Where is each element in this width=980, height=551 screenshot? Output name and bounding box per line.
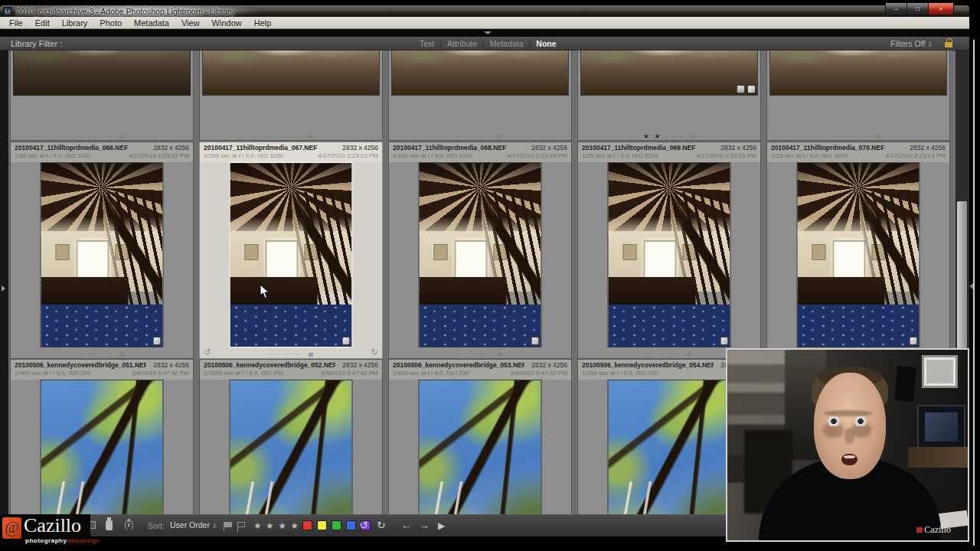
flag-icon[interactable] xyxy=(498,135,502,139)
photo-exposure: 1/50 sec at f / 9.0, ISO 3200 xyxy=(15,152,91,160)
flag-icon[interactable] xyxy=(687,353,691,357)
webcam-desk xyxy=(908,447,969,468)
photo-cell[interactable]: · · · · · xyxy=(766,51,950,141)
photo-cell[interactable]: 20100417_11hilltoprdmedia_070.NEF2832 x … xyxy=(766,142,950,359)
sort-order-dropdown[interactable]: User Order ⇕ xyxy=(170,520,217,530)
rating-footer[interactable]: · · · · · xyxy=(11,346,193,357)
sort-label: Sort: xyxy=(148,521,165,530)
photo-cell[interactable]: 20100506_kennedycoveredbridge_052.NEF283… xyxy=(199,359,383,514)
flag-icon[interactable] xyxy=(876,135,880,139)
rotate-left-icon[interactable]: ↺ xyxy=(359,519,368,531)
flag-icon[interactable] xyxy=(309,135,313,139)
expand-right-panel-icon[interactable] xyxy=(969,283,973,289)
flag-reject-icon[interactable] xyxy=(237,522,245,527)
slideshow-play-icon[interactable]: ▶ xyxy=(438,520,445,531)
photo-cell[interactable]: 20100506_kennedycoveredbridge_051.NEF283… xyxy=(10,359,194,514)
photo-cell[interactable]: 20100417_11hilltoprdmedia_068.NEF2832 x … xyxy=(388,142,572,359)
filter-lock-icon[interactable] xyxy=(945,42,952,47)
grid-row-2: 20100417_11hilltoprdmedia_066.NEF2832 x … xyxy=(0,142,969,359)
crop-badge-icon[interactable] xyxy=(737,85,745,93)
cazillo-wordmark: Cazillo xyxy=(24,514,81,537)
collapse-top-panel-icon[interactable] xyxy=(484,31,492,34)
photo-dimensions: 2832 x 4256 xyxy=(910,144,946,152)
photo-thumbnail-staircase xyxy=(608,162,731,347)
crop-badge-icon[interactable] xyxy=(342,337,351,345)
menu-metadata[interactable]: Metadata xyxy=(128,18,175,28)
photo-cell[interactable]: · · · · · xyxy=(199,51,383,141)
rating-footer[interactable]: · · · · · xyxy=(200,128,382,139)
rating-footer[interactable]: ↺ · · · · · ↻ xyxy=(200,346,382,357)
flag-icon[interactable] xyxy=(691,135,695,139)
rotate-left-icon[interactable]: ↺ xyxy=(204,347,211,357)
flag-icon[interactable] xyxy=(119,353,124,357)
filter-tab-metadata[interactable]: Metadata xyxy=(490,39,524,48)
photo-date: 4/17/2010 2:23:23 PM xyxy=(507,152,567,160)
rating-footer[interactable]: ★ ★ · · · xyxy=(578,128,760,139)
menu-help[interactable]: Help xyxy=(248,18,278,28)
photo-date: 4/17/2010 2:23:23 PM xyxy=(129,152,189,160)
photo-thumbnail-trees xyxy=(608,380,731,514)
photo-cell[interactable]: ★ ★ · · · xyxy=(577,51,761,141)
rotate-right-icon[interactable]: ↻ xyxy=(371,347,378,357)
dropdown-arrows-icon: ⇕ xyxy=(212,523,217,530)
cell-header: 20100417_11hilltoprdmedia_068.NEF2832 x … xyxy=(389,142,571,162)
logo-photography-text: photography xyxy=(25,537,67,544)
previous-photo-icon[interactable]: ← xyxy=(401,519,412,531)
rating-footer[interactable]: · · · · · xyxy=(11,128,193,139)
photo-cell[interactable]: · · · · · xyxy=(10,51,194,141)
flag-icon[interactable] xyxy=(498,353,502,357)
photo-cell[interactable]: · · · · · xyxy=(388,51,572,141)
photo-exposure: 1/25 sec at f / 9.0, ISO 3200 xyxy=(582,152,658,160)
filter-tab-none[interactable]: None xyxy=(536,39,556,48)
color-label-green[interactable] xyxy=(332,520,341,530)
rotate-right-icon[interactable]: ↻ xyxy=(377,519,386,531)
crop-badge-icon[interactable] xyxy=(531,337,540,345)
expand-left-panel-icon[interactable] xyxy=(2,285,5,292)
photo-thumbnail-staircase xyxy=(797,162,920,347)
minimize-button[interactable]: – xyxy=(885,2,907,15)
photo-date: 4/17/2010 2:23:23 PM xyxy=(885,152,946,160)
crop-badge-icon[interactable] xyxy=(153,337,162,345)
photo-dimensions: 2832 x 4256 xyxy=(153,144,189,152)
photo-cell[interactable]: 20100417_11hilltoprdmedia_066.NEF2832 x … xyxy=(10,142,194,359)
photo-thumbnail-river xyxy=(580,51,758,96)
color-label-blue[interactable] xyxy=(346,520,356,530)
sort-direction-icon[interactable]: (az) xyxy=(124,518,134,527)
flag-pick-icon[interactable] xyxy=(224,522,232,527)
next-photo-icon[interactable]: → xyxy=(419,519,430,531)
rating-footer[interactable]: · · · · · xyxy=(389,128,571,139)
menu-edit[interactable]: Edit xyxy=(29,18,56,28)
menu-photo[interactable]: Photo xyxy=(93,18,128,28)
photo-exposure: 1/400 sec at f / 8.0, ISO 200 xyxy=(15,370,91,377)
menu-file[interactable]: File xyxy=(3,18,29,28)
rating-footer[interactable]: · · · · · xyxy=(767,128,949,139)
crop-badge-icon[interactable] xyxy=(720,337,729,345)
photo-filename: 20100506_kennedycoveredbridge_054.NEF xyxy=(582,361,714,370)
photo-cell[interactable]: 20100417_11hilltoprdmedia_069.NEF2832 x … xyxy=(577,142,761,359)
maximize-button[interactable]: □ xyxy=(907,2,928,15)
photo-cell-selected[interactable]: 20100417_11hilltoprdmedia_067.NEF2832 x … xyxy=(199,142,383,359)
photo-thumbnail-river xyxy=(391,51,569,96)
filter-tab-attribute[interactable]: Attribute xyxy=(447,39,477,48)
crop-badge-icon[interactable] xyxy=(910,337,918,345)
flag-icon[interactable] xyxy=(119,135,124,139)
color-label-yellow[interactable] xyxy=(317,520,327,530)
painter-spray-icon[interactable] xyxy=(106,520,113,530)
title-bar[interactable]: Lr 2010_cazilloarchive-3 - Adobe Photosh… xyxy=(0,5,969,17)
cell-header: 20100417_11hilltoprdmedia_069.NEF2832 x … xyxy=(578,142,760,162)
close-button[interactable]: × xyxy=(928,2,954,15)
menu-view[interactable]: View xyxy=(175,18,206,28)
flag-icon[interactable] xyxy=(309,353,313,357)
tab-separator: | xyxy=(477,39,490,48)
webcam-watermark: Cazillo xyxy=(916,524,951,536)
color-label-red[interactable] xyxy=(302,520,312,530)
filter-tab-text[interactable]: Text xyxy=(420,39,434,48)
develop-badge-icon[interactable] xyxy=(747,85,756,93)
photo-date: 4/17/2010 2:23:23 PM xyxy=(318,152,378,160)
photo-cell[interactable]: 20100506_kennedycoveredbridge_053.NEF283… xyxy=(388,359,572,514)
menu-window[interactable]: Window xyxy=(206,18,248,28)
photo-filename: 20100417_11hilltoprdmedia_068.NEF xyxy=(393,144,506,152)
menu-library[interactable]: Library xyxy=(56,18,94,28)
rating-footer[interactable]: · · · · · xyxy=(389,346,571,357)
filter-preset-dropdown[interactable]: Filters Off⇕ xyxy=(890,39,933,48)
